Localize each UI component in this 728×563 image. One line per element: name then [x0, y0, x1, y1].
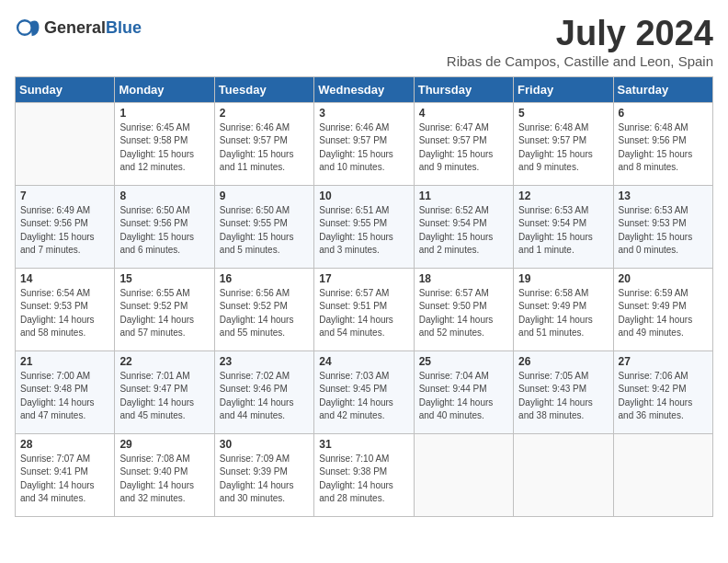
day-info: Sunrise: 6:52 AM Sunset: 9:54 PM Dayligh… — [419, 204, 508, 258]
calendar-week-3: 21Sunrise: 7:00 AM Sunset: 9:48 PM Dayli… — [16, 350, 713, 433]
calendar-cell: 13Sunrise: 6:53 AM Sunset: 9:53 PM Dayli… — [613, 185, 712, 268]
day-info: Sunrise: 7:04 AM Sunset: 9:44 PM Dayligh… — [419, 370, 508, 423]
calendar-cell: 23Sunrise: 7:02 AM Sunset: 9:46 PM Dayli… — [214, 350, 313, 433]
day-info: Sunrise: 6:48 AM Sunset: 9:56 PM Dayligh… — [619, 121, 708, 175]
day-number: 10 — [319, 190, 408, 202]
day-number: 20 — [619, 272, 708, 285]
day-info: Sunrise: 7:05 AM Sunset: 9:43 PM Dayligh… — [518, 370, 608, 423]
calendar-body: 1Sunrise: 6:45 AM Sunset: 9:58 PM Daylig… — [16, 102, 713, 516]
day-info: Sunrise: 7:00 AM Sunset: 9:48 PM Dayligh… — [20, 370, 109, 423]
calendar-cell: 7Sunrise: 6:49 AM Sunset: 9:56 PM Daylig… — [16, 185, 115, 268]
day-number: 11 — [419, 190, 508, 202]
day-info: Sunrise: 7:02 AM Sunset: 9:46 PM Dayligh… — [220, 370, 309, 423]
calendar-cell: 2Sunrise: 6:46 AM Sunset: 9:57 PM Daylig… — [214, 102, 313, 185]
day-number: 31 — [319, 438, 408, 451]
header-day-tuesday: Tuesday — [214, 76, 313, 102]
day-info: Sunrise: 6:55 AM Sunset: 9:52 PM Dayligh… — [119, 287, 209, 340]
day-number: 2 — [220, 107, 309, 120]
day-info: Sunrise: 6:46 AM Sunset: 9:57 PM Dayligh… — [319, 121, 408, 175]
calendar-cell — [514, 433, 613, 516]
svg-point-0 — [17, 20, 32, 35]
header-day-sunday: Sunday — [16, 76, 115, 102]
day-number: 16 — [220, 272, 309, 285]
day-info: Sunrise: 7:09 AM Sunset: 9:39 PM Dayligh… — [220, 453, 309, 506]
day-number: 22 — [119, 355, 209, 368]
location-title: Ribas de Campos, Castille and Leon, Spai… — [447, 53, 713, 69]
day-number: 25 — [419, 355, 508, 368]
header-day-saturday: Saturday — [613, 76, 712, 102]
day-info: Sunrise: 7:07 AM Sunset: 9:41 PM Dayligh… — [20, 453, 109, 506]
header-row: SundayMondayTuesdayWednesdayThursdayFrid… — [16, 76, 713, 102]
day-number: 21 — [20, 355, 109, 368]
calendar-cell: 1Sunrise: 6:45 AM Sunset: 9:58 PM Daylig… — [115, 102, 214, 185]
day-number: 5 — [518, 107, 608, 120]
day-number: 8 — [119, 190, 209, 202]
day-info: Sunrise: 6:53 AM Sunset: 9:53 PM Dayligh… — [619, 204, 708, 258]
day-info: Sunrise: 6:51 AM Sunset: 9:55 PM Dayligh… — [319, 204, 408, 258]
calendar-cell: 30Sunrise: 7:09 AM Sunset: 9:39 PM Dayli… — [214, 433, 313, 516]
calendar-cell: 21Sunrise: 7:00 AM Sunset: 9:48 PM Dayli… — [16, 350, 115, 433]
calendar-cell: 12Sunrise: 6:53 AM Sunset: 9:54 PM Dayli… — [514, 185, 613, 268]
logo-general: General — [44, 18, 106, 38]
day-info: Sunrise: 6:56 AM Sunset: 9:52 PM Dayligh… — [220, 287, 309, 340]
day-info: Sunrise: 7:01 AM Sunset: 9:47 PM Dayligh… — [119, 370, 209, 423]
day-number: 3 — [319, 107, 408, 120]
day-info: Sunrise: 6:53 AM Sunset: 9:54 PM Dayligh… — [518, 204, 608, 258]
header-day-friday: Friday — [514, 76, 613, 102]
day-info: Sunrise: 6:45 AM Sunset: 9:58 PM Dayligh… — [119, 121, 209, 175]
day-number: 4 — [419, 107, 508, 120]
day-number: 12 — [518, 190, 608, 202]
day-number: 19 — [518, 272, 608, 285]
day-info: Sunrise: 7:10 AM Sunset: 9:38 PM Dayligh… — [319, 453, 408, 506]
calendar-cell: 15Sunrise: 6:55 AM Sunset: 9:52 PM Dayli… — [115, 268, 214, 350]
day-info: Sunrise: 6:54 AM Sunset: 9:53 PM Dayligh… — [20, 287, 109, 340]
calendar-cell: 3Sunrise: 6:46 AM Sunset: 9:57 PM Daylig… — [314, 102, 414, 185]
header-day-thursday: Thursday — [414, 76, 513, 102]
day-info: Sunrise: 6:50 AM Sunset: 9:55 PM Dayligh… — [220, 204, 309, 258]
calendar-cell: 20Sunrise: 6:59 AM Sunset: 9:49 PM Dayli… — [613, 268, 712, 350]
day-number: 13 — [619, 190, 708, 202]
calendar-cell: 17Sunrise: 6:57 AM Sunset: 9:51 PM Dayli… — [314, 268, 414, 350]
day-info: Sunrise: 7:06 AM Sunset: 9:42 PM Dayligh… — [619, 370, 708, 423]
day-info: Sunrise: 6:49 AM Sunset: 9:56 PM Dayligh… — [20, 204, 109, 258]
calendar-cell: 29Sunrise: 7:08 AM Sunset: 9:40 PM Dayli… — [115, 433, 214, 516]
calendar-cell: 24Sunrise: 7:03 AM Sunset: 9:45 PM Dayli… — [314, 350, 414, 433]
day-number: 27 — [619, 355, 708, 368]
day-number: 18 — [419, 272, 508, 285]
day-number: 29 — [119, 438, 209, 451]
day-number: 23 — [220, 355, 309, 368]
calendar-cell: 27Sunrise: 7:06 AM Sunset: 9:42 PM Dayli… — [613, 350, 712, 433]
calendar-cell — [613, 433, 712, 516]
header-day-wednesday: Wednesday — [314, 76, 414, 102]
calendar-cell: 9Sunrise: 6:50 AM Sunset: 9:55 PM Daylig… — [214, 185, 313, 268]
calendar-cell: 6Sunrise: 6:48 AM Sunset: 9:56 PM Daylig… — [613, 102, 712, 185]
calendar-cell — [16, 102, 115, 185]
day-info: Sunrise: 6:46 AM Sunset: 9:57 PM Dayligh… — [220, 121, 309, 175]
day-info: Sunrise: 7:08 AM Sunset: 9:40 PM Dayligh… — [119, 453, 209, 506]
day-info: Sunrise: 7:03 AM Sunset: 9:45 PM Dayligh… — [319, 370, 408, 423]
calendar-cell — [414, 433, 513, 516]
day-number: 17 — [319, 272, 408, 285]
day-number: 28 — [20, 438, 109, 451]
calendar-cell: 14Sunrise: 6:54 AM Sunset: 9:53 PM Dayli… — [16, 268, 115, 350]
day-number: 6 — [619, 107, 708, 120]
calendar-week-4: 28Sunrise: 7:07 AM Sunset: 9:41 PM Dayli… — [16, 433, 713, 516]
day-info: Sunrise: 6:58 AM Sunset: 9:49 PM Dayligh… — [518, 287, 608, 340]
day-number: 14 — [20, 272, 109, 285]
logo-blue: Blue — [106, 18, 142, 38]
calendar-cell: 25Sunrise: 7:04 AM Sunset: 9:44 PM Dayli… — [414, 350, 513, 433]
calendar-week-0: 1Sunrise: 6:45 AM Sunset: 9:58 PM Daylig… — [16, 102, 713, 185]
day-number: 7 — [20, 190, 109, 202]
header-day-monday: Monday — [115, 76, 214, 102]
month-title: July 2024 — [447, 15, 713, 53]
day-info: Sunrise: 6:47 AM Sunset: 9:57 PM Dayligh… — [419, 121, 508, 175]
page-header: General Blue July 2024 Ribas de Campos, … — [15, 15, 713, 69]
calendar-cell: 10Sunrise: 6:51 AM Sunset: 9:55 PM Dayli… — [314, 185, 414, 268]
title-area: July 2024 Ribas de Campos, Castille and … — [447, 15, 713, 69]
logo-icon — [15, 15, 40, 40]
calendar-cell: 19Sunrise: 6:58 AM Sunset: 9:49 PM Dayli… — [514, 268, 613, 350]
calendar-cell: 31Sunrise: 7:10 AM Sunset: 9:38 PM Dayli… — [314, 433, 414, 516]
calendar-cell: 26Sunrise: 7:05 AM Sunset: 9:43 PM Dayli… — [514, 350, 613, 433]
day-number: 1 — [119, 107, 209, 120]
calendar-cell: 22Sunrise: 7:01 AM Sunset: 9:47 PM Dayli… — [115, 350, 214, 433]
